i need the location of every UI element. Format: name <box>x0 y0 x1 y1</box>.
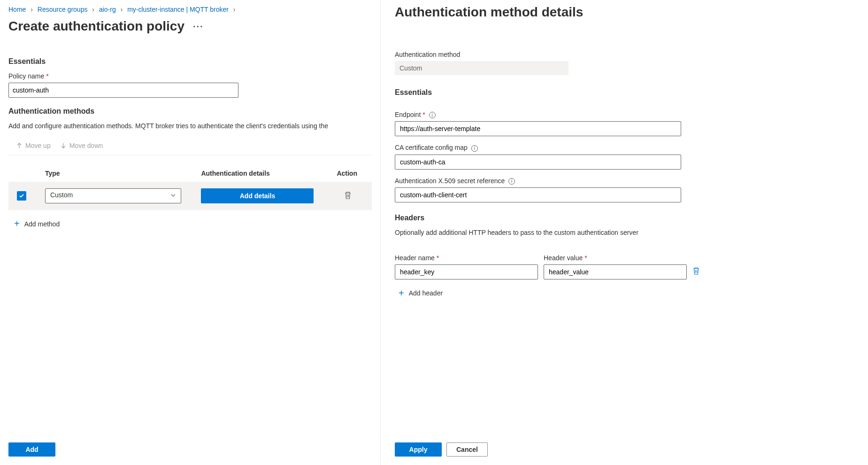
move-up-label: Move up <box>25 142 51 149</box>
headers-description: Optionally add additional HTTP headers t… <box>395 229 854 236</box>
policy-name-input[interactable] <box>8 83 238 98</box>
table-row: Custom Add details <box>8 182 372 210</box>
more-options-icon[interactable]: ··· <box>193 21 204 32</box>
right-footer: Apply Cancel <box>395 433 854 457</box>
x509-input[interactable] <box>395 187 681 202</box>
delete-row-button[interactable] <box>344 194 352 201</box>
header-row: Header name * Header value * <box>395 247 854 279</box>
trash-icon <box>344 191 352 200</box>
plus-icon: + <box>399 288 404 299</box>
details-title: Authentication method details <box>395 5 854 20</box>
auth-type-value: Custom <box>50 191 73 199</box>
details-blade: Authentication method details Authentica… <box>380 0 868 465</box>
trash-icon <box>692 267 700 275</box>
arrow-down-icon <box>60 142 67 149</box>
header-value-input[interactable] <box>544 264 687 279</box>
auth-methods-header: Authentication methods <box>8 107 372 116</box>
chevron-right-icon: › <box>121 6 123 13</box>
right-essentials-header: Essentials <box>395 88 854 97</box>
x509-label-text: Authentication X.509 secret reference <box>395 177 505 185</box>
breadcrumb-resource-groups[interactable]: Resource groups <box>38 6 88 13</box>
auth-methods-description: Add and configure authentication methods… <box>8 122 372 130</box>
auth-type-select[interactable]: Custom <box>45 188 181 203</box>
delete-header-button[interactable] <box>692 267 700 279</box>
left-footer: Add <box>8 433 372 457</box>
chevron-down-icon <box>170 192 176 200</box>
page-title: Create authentication policy ··· <box>8 19 372 34</box>
required-indicator: * <box>422 111 425 118</box>
reorder-toolbar: Move up Move down <box>8 137 372 155</box>
headers-section-title: Headers <box>395 214 854 222</box>
info-icon[interactable]: i <box>471 145 478 152</box>
endpoint-input[interactable] <box>395 121 681 136</box>
policy-name-label: Policy name * <box>8 72 372 80</box>
add-method-label: Add method <box>24 220 60 228</box>
checkmark-icon <box>19 193 24 199</box>
endpoint-label: Endpoint * i <box>395 111 854 118</box>
move-up-button[interactable]: Move up <box>16 142 51 149</box>
move-down-button[interactable]: Move down <box>60 142 103 149</box>
ca-cert-label-text: CA certificate config map <box>395 144 468 151</box>
essentials-header: Essentials <box>8 57 372 66</box>
add-header-label: Add header <box>409 289 443 297</box>
details-column-header: Authentication details <box>197 165 333 182</box>
breadcrumb: Home › Resource groups › aio-rg › my-clu… <box>8 6 372 13</box>
required-indicator: * <box>584 254 587 262</box>
auth-method-label: Authentication method <box>395 51 854 58</box>
breadcrumb-cluster[interactable]: my-cluster-instance | MQTT broker <box>127 6 229 13</box>
plus-icon: + <box>14 218 20 229</box>
chevron-right-icon: › <box>233 6 236 13</box>
type-column-header: Type <box>38 165 198 182</box>
info-icon[interactable]: i <box>508 178 515 185</box>
chevron-right-icon: › <box>31 6 33 13</box>
endpoint-label-text: Endpoint <box>395 111 421 118</box>
add-method-button[interactable]: + Add method <box>8 218 372 229</box>
required-indicator: * <box>437 254 439 262</box>
auth-method-value: Custom <box>395 61 568 75</box>
required-indicator: * <box>46 72 48 80</box>
info-icon[interactable]: i <box>429 112 436 118</box>
apply-button[interactable]: Apply <box>395 442 442 457</box>
header-value-label-text: Header value <box>544 254 583 262</box>
page-title-text: Create authentication policy <box>8 19 184 34</box>
header-name-label-text: Header name <box>395 254 435 262</box>
move-down-label: Move down <box>69 142 103 149</box>
header-name-column: Header name * <box>395 247 538 279</box>
add-details-button[interactable]: Add details <box>201 188 314 203</box>
action-column-header: Action <box>333 165 372 182</box>
header-value-label: Header value * <box>544 254 687 262</box>
header-name-input[interactable] <box>395 264 538 279</box>
row-checkbox[interactable] <box>17 191 26 201</box>
policy-name-label-text: Policy name <box>8 72 44 80</box>
add-button[interactable]: Add <box>8 442 55 457</box>
main-content: Home › Resource groups › aio-rg › my-clu… <box>0 0 380 465</box>
ca-cert-label: CA certificate config map i <box>395 144 854 151</box>
add-header-button[interactable]: + Add header <box>395 288 854 299</box>
arrow-up-icon <box>16 142 23 149</box>
chevron-right-icon: › <box>92 6 94 13</box>
cancel-button[interactable]: Cancel <box>446 442 488 457</box>
header-name-label: Header name * <box>395 254 538 262</box>
header-value-column: Header value * <box>544 247 687 279</box>
checkbox-column-header <box>8 165 38 182</box>
ca-cert-input[interactable] <box>395 155 681 170</box>
breadcrumb-aio-rg[interactable]: aio-rg <box>99 6 116 13</box>
breadcrumb-home[interactable]: Home <box>8 6 26 13</box>
auth-methods-table: Type Authentication details Action Custo… <box>8 165 372 210</box>
x509-label: Authentication X.509 secret reference i <box>395 177 854 185</box>
